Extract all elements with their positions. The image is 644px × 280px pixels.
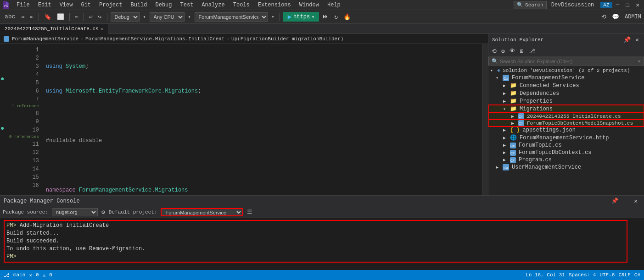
tree-item-appsettings[interactable]: ▶ { } appsettings.json (488, 126, 644, 134)
menu-edit[interactable]: Edit (34, 1, 55, 9)
pm-minimize-icon[interactable]: — (620, 198, 629, 205)
pm-source-dropdown[interactable]: nuget.org (52, 208, 98, 216)
pm-gear-icon[interactable]: ⚙ (101, 209, 105, 216)
menu-git[interactable]: Git (77, 1, 95, 9)
toolbar-abc[interactable]: abc (3, 12, 17, 21)
tree-item-http[interactable]: ▶ 🌐 ForumManagementService.http (488, 134, 644, 142)
tree-item-props[interactable]: ▶ 📁 Properties (488, 97, 644, 105)
menu-test[interactable]: Test (177, 1, 197, 9)
line-numbers: 1 2 3 4 5 6 7 1 reference 8 9 10 0 refer… (7, 44, 42, 195)
se-sync-btn[interactable]: ⟲ (490, 47, 498, 55)
menu-tools[interactable]: Tools (230, 1, 253, 9)
migrations-icon: 📁 (510, 105, 517, 112)
menu-window[interactable]: Window (296, 1, 323, 9)
snapshot-arrow[interactable]: ▶ (511, 121, 517, 126)
se-git-btn[interactable]: ⎇ (527, 47, 537, 55)
az-badge[interactable]: AZ (600, 2, 612, 8)
toolbar-step-over[interactable]: ⏭ (321, 12, 330, 21)
se-show-all[interactable]: 👁 (508, 47, 517, 55)
menu-build[interactable]: Build (127, 1, 151, 9)
editor-scrollbar[interactable] (482, 44, 488, 195)
cpu-dropdown[interactable]: Any CPU (150, 12, 185, 22)
tree-item-deps[interactable]: ▶ 📁 Dependencies (488, 89, 644, 97)
package-manager-console: Package Manager Console 📌 — ✕ Package so… (0, 195, 644, 280)
http-arrow[interactable]: ▶ (503, 135, 509, 141)
se-search-input[interactable] (500, 59, 592, 64)
toolbar-feedback[interactable]: 💬 (610, 12, 621, 22)
forum-service-arrow[interactable]: ▾ (496, 75, 501, 81)
program-arrow[interactable]: ▶ (503, 157, 509, 163)
pm-pin-icon[interactable]: 📌 (611, 198, 618, 205)
db-context-arrow[interactable]: ▶ (503, 150, 509, 155)
forum-topic-arrow[interactable]: ▶ (503, 143, 509, 148)
menu-debug[interactable]: Debug (151, 1, 175, 9)
toolbar-bookmark[interactable]: 🔖 (42, 12, 53, 22)
migrations-arrow[interactable]: ▾ (503, 106, 509, 112)
tree-item-migrations[interactable]: ▾ 📁 Migrations (488, 105, 644, 113)
tree-item-connected[interactable]: ▶ 📁 Connected Services (488, 82, 644, 89)
run-button[interactable]: ▶ https ▾ (283, 12, 319, 22)
tree-item-program[interactable]: ▶ C# Program.cs (488, 156, 644, 164)
toolbar-bookmark2[interactable]: ⬜ (55, 12, 66, 22)
menu-project[interactable]: Project (95, 1, 126, 9)
se-filter-btn[interactable]: ⊞ (519, 47, 525, 55)
se-close-icon[interactable]: ✕ (634, 36, 640, 44)
toolbar-hot-reload[interactable]: 🔥 (342, 12, 353, 22)
bc-namespace[interactable]: ForumManagementService.Migrations.Initia… (85, 36, 225, 42)
pm-output-box: PM> Add-Migration InitialCreate Build st… (4, 220, 627, 263)
tree-item-initial-create[interactable]: ▶ C# 20240422143255_InitialCreate.cs (488, 113, 644, 120)
toolbar-project-arrow[interactable]: ▾ (270, 13, 276, 21)
bc-project[interactable]: ForumManagementService (12, 36, 78, 42)
win-restore[interactable]: ❐ (623, 1, 632, 9)
debug-dropdown[interactable]: Debug (111, 12, 140, 22)
toolbar-indent[interactable]: ⇥ (19, 12, 26, 22)
toolbar-back[interactable]: ↩ (87, 12, 95, 22)
bc-method[interactable]: Up(MigrationBuilder migrationBuilder) (231, 36, 343, 42)
toolbar-cpu-arrow[interactable]: ▾ (186, 13, 193, 21)
connected-arrow[interactable]: ▶ (503, 83, 509, 88)
menu-analyze[interactable]: Analyze (198, 1, 228, 9)
project-dropdown[interactable]: ForumManagementService (195, 12, 268, 22)
menu-extensions[interactable]: Extensions (254, 1, 295, 9)
se-prop-btn[interactable]: ⚙ (500, 47, 506, 55)
tree-item-snapshot[interactable]: ▶ C# ForumTopicDbContextModelSnapshot.cs (488, 120, 644, 126)
solution-toolbar: ⟲ ⚙ 👁 ⊞ ⎇ (488, 46, 644, 57)
se-pin-icon[interactable]: 📌 (622, 36, 632, 44)
tree-item-user-mgmt[interactable]: ▶ C# UserManagementService (488, 164, 644, 171)
tree-item-forum-topic[interactable]: ▶ C# ForumTopic.cs (488, 142, 644, 149)
toolbar-dots[interactable]: ⋯ (73, 12, 80, 22)
toolbar-fwd[interactable]: ↪ (96, 12, 104, 22)
search-box[interactable]: 🔍 Search (514, 1, 547, 9)
pm-project-dropdown[interactable]: ForumManagementService (161, 208, 243, 216)
pm-close-icon[interactable]: ✕ (631, 198, 640, 205)
tree-item-solution[interactable]: ▾ ◈ Solution 'DevDiscussion' (2 of 2 pro… (488, 66, 644, 74)
initial-arrow[interactable]: ▶ (511, 114, 517, 119)
code-content[interactable]: using System; using Microsoft.EntityFram… (42, 44, 482, 195)
status-warn-count: 0 (49, 272, 52, 278)
win-minimize[interactable]: — (613, 1, 622, 8)
user-mgmt-arrow[interactable]: ▶ (496, 165, 501, 170)
deps-arrow[interactable]: ▶ (503, 91, 509, 96)
se-search-close[interactable]: ✕ (638, 58, 641, 64)
solution-search-bar[interactable]: 🔍 ✕ (488, 57, 644, 66)
pm-list-icon[interactable]: ☰ (247, 209, 252, 216)
svg-text:VS: VS (4, 4, 8, 7)
appsettings-arrow[interactable]: ▶ (503, 127, 509, 133)
win-close[interactable]: ✕ (633, 1, 642, 9)
toolbar-step-into[interactable]: ↻ (332, 12, 340, 22)
editor-tab-active[interactable]: 20240422143255_InitialCreate.cs ✕ (0, 24, 108, 34)
svg-text:C#: C# (510, 144, 515, 148)
toolbar-sync[interactable]: ⟲ (599, 12, 608, 22)
toolbar-outdent[interactable]: ⇤ (28, 12, 35, 22)
tab-close-icon[interactable]: ✕ (101, 26, 103, 32)
menu-view[interactable]: View (56, 1, 77, 9)
menu-file[interactable]: File (13, 1, 34, 9)
status-error-count: 0 (36, 272, 39, 278)
menu-help[interactable]: Help (324, 1, 344, 9)
props-arrow[interactable]: ▶ (503, 99, 509, 104)
tree-item-forum-service[interactable]: ▾ C# ForumManagementService (488, 74, 644, 82)
pm-header: Package Manager Console 📌 — ✕ (0, 196, 644, 206)
tree-item-db-context[interactable]: ▶ C# ForumTopicDbContext.cs (488, 149, 644, 156)
program-label: Program.cs (519, 157, 552, 163)
toolbar-debug-arrow[interactable]: ▾ (141, 13, 148, 21)
